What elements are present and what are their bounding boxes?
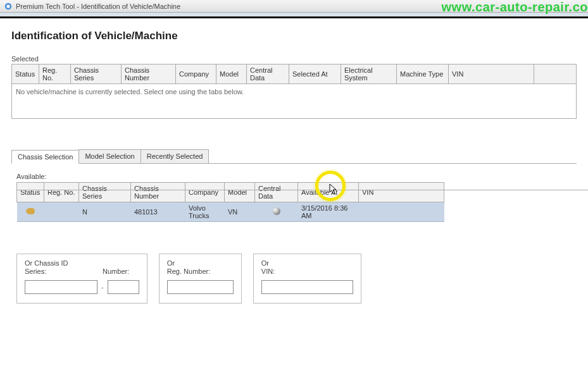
acol-status[interactable]: Status <box>17 183 44 202</box>
cell-central-data <box>255 202 298 222</box>
selected-table: Status Reg. No. Chassis Series Chassis N… <box>11 64 577 119</box>
tab-chassis-selection[interactable]: Chassis Selection <box>11 150 79 164</box>
selected-label: Selected <box>11 55 577 63</box>
acol-vin[interactable]: VIN <box>359 183 444 202</box>
globe-icon <box>273 207 280 215</box>
acol-chassis-series[interactable]: Chassis Series <box>79 183 131 202</box>
filter-chassis-id: Or Chassis ID Series: Number: - <box>16 254 147 304</box>
filter-series-label: Series: <box>25 267 101 275</box>
col-extra[interactable] <box>534 65 577 84</box>
available-row[interactable]: N 481013 Volvo Trucks VN 3/15/2016 8:36 … <box>17 202 444 222</box>
available-bottom-border <box>16 190 588 190</box>
filter-row: Or Chassis ID Series: Number: - Or Reg. … <box>16 254 577 304</box>
acol-model[interactable]: Model <box>225 183 255 202</box>
filter-vin-sub: VIN: <box>261 267 353 275</box>
filter-vin-label: Or <box>261 259 353 267</box>
col-central-data[interactable]: Central Data <box>247 65 289 84</box>
selected-empty-row: No vehicle/machine is currently selected… <box>12 84 577 119</box>
selected-empty-message: No vehicle/machine is currently selected… <box>12 84 577 119</box>
series-input[interactable] <box>25 280 97 294</box>
col-chassis-number[interactable]: Chassis Number <box>122 65 176 84</box>
acol-regno[interactable]: Reg. No. <box>44 183 79 202</box>
col-machine-type[interactable]: Machine Type <box>397 65 449 84</box>
acol-central-data[interactable]: Central Data <box>255 183 298 202</box>
app-icon <box>4 2 13 11</box>
acol-available-at[interactable]: Available At <box>298 183 359 202</box>
cell-available-at: 3/15/2016 8:36 AM <box>298 202 359 222</box>
col-vin[interactable]: VIN <box>449 65 534 84</box>
cell-chassis-number: 481013 <box>131 202 185 222</box>
reg-number-input[interactable] <box>167 280 234 294</box>
window-title: Premium Tech Tool - Identification of Ve… <box>16 3 180 10</box>
available-table: Status Reg. No. Chassis Series Chassis N… <box>16 182 444 222</box>
tab-recently-selected[interactable]: Recently Selected <box>141 149 210 163</box>
filter-chassis-label: Or Chassis ID <box>25 259 139 267</box>
col-regno[interactable]: Reg. No. <box>39 65 71 84</box>
col-electrical[interactable]: Electrical System <box>341 65 397 84</box>
col-model[interactable]: Model <box>216 65 247 84</box>
filter-vin: Or VIN: <box>253 254 361 304</box>
key-icon <box>26 208 35 214</box>
col-chassis-series[interactable]: Chassis Series <box>71 65 122 84</box>
cell-vin <box>359 202 444 222</box>
available-label: Available: <box>16 173 577 180</box>
dash: - <box>101 283 104 291</box>
col-status[interactable]: Status <box>12 65 39 84</box>
page-title: Identification of Vehicle/Machine <box>11 30 577 42</box>
acol-company[interactable]: Company <box>185 183 225 202</box>
watermark: www.car-auto-repair.co <box>442 0 588 15</box>
cell-regno <box>44 202 79 222</box>
number-input[interactable] <box>108 280 139 294</box>
filter-reg: Or Reg. Number: <box>159 254 242 304</box>
col-company[interactable]: Company <box>176 65 216 84</box>
filter-reg-label: Or <box>167 259 234 267</box>
available-header-row: Status Reg. No. Chassis Series Chassis N… <box>17 183 444 202</box>
vin-input[interactable] <box>261 280 353 294</box>
tab-model-selection[interactable]: Model Selection <box>78 149 141 163</box>
cell-chassis-series: N <box>79 202 131 222</box>
filter-number-label: Number: <box>103 267 129 275</box>
cell-company: Volvo Trucks <box>185 202 225 222</box>
acol-chassis-number[interactable]: Chassis Number <box>131 183 185 202</box>
tab-body: Available: Status Reg. No. Chassis Serie… <box>11 164 577 304</box>
svg-point-1 <box>6 4 9 8</box>
cell-status <box>17 202 44 222</box>
tabs: Chassis Selection Model Selection Recent… <box>11 149 577 164</box>
filter-reg-sub: Reg. Number: <box>167 267 234 275</box>
cell-model: VN <box>225 202 255 222</box>
col-selected-at[interactable]: Selected At <box>289 65 341 84</box>
selected-header-row: Status Reg. No. Chassis Series Chassis N… <box>12 65 577 84</box>
